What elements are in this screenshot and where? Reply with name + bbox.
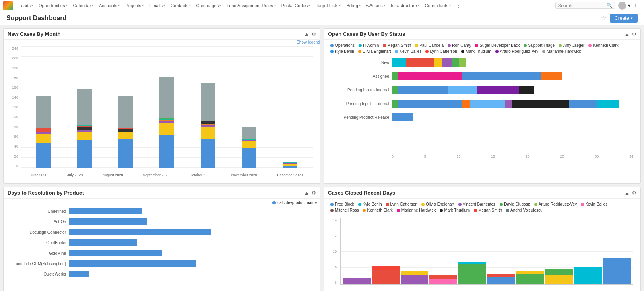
chevron-down-icon: ▾ bbox=[384, 4, 385, 7]
bar-segment bbox=[242, 148, 256, 168]
legend-item: Mitchell Ross bbox=[330, 208, 359, 212]
collapse-button[interactable]: ▲ bbox=[625, 31, 630, 37]
nav-lar[interactable]: Lead Assignment Rules ▾ bbox=[224, 2, 278, 9]
add-button[interactable]: + bbox=[632, 2, 638, 9]
hbar-segment bbox=[434, 58, 441, 67]
panel-controls: ▲ ⚙ bbox=[304, 31, 316, 37]
bar-segment bbox=[36, 143, 51, 168]
hbar-chart-area: New Assigned bbox=[327, 55, 637, 160]
bar-segment bbox=[159, 123, 174, 135]
app-logo[interactable] bbox=[3, 1, 13, 10]
legend-item: Marianne Hardwick bbox=[542, 49, 581, 54]
bar-segment bbox=[36, 96, 51, 128]
closed-bar-group bbox=[372, 266, 400, 284]
bar-group-september bbox=[159, 77, 174, 168]
closed-bar-group bbox=[487, 274, 515, 284]
legend-item: IT Admin bbox=[359, 43, 379, 48]
panel-controls: ▲ ⚙ bbox=[304, 190, 316, 196]
legend-item: Megan Smith bbox=[474, 208, 502, 212]
closed-bar-group bbox=[516, 271, 544, 284]
prod-bar-fill bbox=[69, 271, 89, 277]
bar-segment bbox=[283, 166, 297, 168]
settings-button[interactable]: ⚙ bbox=[312, 31, 316, 37]
page-title: Support Dashboard bbox=[6, 15, 601, 22]
bar-segment bbox=[118, 132, 133, 139]
closed-bar-group bbox=[429, 275, 457, 284]
closed-bar-seg bbox=[516, 271, 544, 274]
panel-controls: ▲ ⚙ bbox=[625, 31, 636, 37]
hbar-segment bbox=[448, 86, 477, 94]
panel-controls: ▲ ⚙ bbox=[625, 190, 636, 196]
user-menu-button[interactable]: ▾ bbox=[628, 3, 630, 8]
nav-infrastructure[interactable]: Infrastructure ▾ bbox=[388, 2, 422, 9]
closed-bar-group bbox=[545, 269, 573, 284]
legend-item: Megan Smith bbox=[383, 43, 411, 48]
nav-postal[interactable]: Postal Codes ▾ bbox=[279, 2, 312, 9]
bar-group-october bbox=[201, 83, 215, 168]
hbar-segment bbox=[477, 86, 520, 94]
legend-item: Amy Jaeger bbox=[559, 43, 584, 48]
bar-segment bbox=[77, 132, 92, 140]
hbar-segment bbox=[392, 72, 398, 80]
panel-title: Open Cases By User By Status bbox=[328, 31, 625, 37]
bar-group-july bbox=[77, 88, 92, 168]
closed-bar-seg bbox=[401, 275, 429, 284]
nav-target[interactable]: Target Lists ▾ bbox=[313, 2, 343, 9]
nav-campaigns[interactable]: Campaigns ▾ bbox=[194, 2, 224, 9]
closed-bar-group bbox=[603, 258, 631, 284]
nav-calendar[interactable]: Calendar ▾ bbox=[70, 2, 96, 9]
chevron-down-icon: ▾ bbox=[308, 4, 310, 7]
favorite-button[interactable]: ☆ bbox=[601, 14, 607, 22]
settings-button[interactable]: ⚙ bbox=[632, 31, 636, 37]
panel-open-cases-by-user: Open Cases By User By Status ▲ ⚙ Operati… bbox=[324, 28, 641, 184]
nav-billing[interactable]: Billing ▾ bbox=[344, 2, 363, 9]
top-navigation: Leads ▾ Opportunities ▾ Calendar ▾ Accou… bbox=[0, 0, 644, 11]
panel-title: Days to Resolution by Product bbox=[8, 190, 304, 196]
hbar-row-pending-release: Pending Product Release bbox=[392, 113, 633, 121]
panel-header: Cases Closed Recent Days ▲ ⚙ bbox=[324, 187, 640, 199]
legend-item: Arturo Rodriguez-Vev bbox=[534, 202, 577, 206]
bar-segment bbox=[159, 77, 174, 118]
prod-bar-fill bbox=[69, 250, 162, 256]
search-box[interactable]: 🔍 bbox=[555, 2, 615, 9]
panel-body: Operations IT Admin Megan Smith Paul Can… bbox=[324, 40, 640, 162]
search-icon[interactable]: 🔍 bbox=[607, 3, 612, 8]
hbar-segment bbox=[569, 100, 597, 108]
closed-bar-seg bbox=[429, 275, 457, 279]
nav-contacts[interactable]: Contacts ▾ bbox=[168, 2, 193, 9]
chevron-down-icon: ▾ bbox=[274, 4, 276, 7]
hbar-row-pending-internal: Pending Input - Internal bbox=[392, 86, 633, 94]
legend-item: Olivia Englehart bbox=[421, 202, 454, 206]
closed-bar-seg bbox=[545, 269, 573, 275]
settings-button[interactable]: ⚙ bbox=[312, 190, 316, 196]
nav-accounts[interactable]: Accounts ▾ bbox=[97, 2, 122, 9]
settings-button[interactable]: ⚙ bbox=[632, 190, 636, 196]
nav-emails[interactable]: Emails ▾ bbox=[147, 2, 167, 9]
hbar-segment bbox=[459, 58, 466, 67]
bar-segment bbox=[118, 139, 133, 168]
hbar-track bbox=[392, 58, 633, 67]
nav-opportunities[interactable]: Opportunities ▾ bbox=[36, 2, 70, 9]
chevron-down-icon: ▾ bbox=[418, 4, 419, 7]
nav-leads[interactable]: Leads ▾ bbox=[16, 2, 35, 9]
collapse-button[interactable]: ▲ bbox=[625, 190, 630, 196]
panel-cases-closed: Cases Closed Recent Days ▲ ⚙ Fred Block … bbox=[324, 187, 641, 291]
bar-segment bbox=[77, 127, 92, 130]
legend-item: Mark Thudium bbox=[461, 49, 491, 54]
legend-item: Olivia Englehart bbox=[358, 49, 391, 54]
search-input[interactable] bbox=[558, 3, 607, 8]
chevron-down-icon: ▾ bbox=[31, 4, 33, 7]
collapse-button[interactable]: ▲ bbox=[304, 190, 309, 196]
nav-consultants[interactable]: Consultants ▾ bbox=[423, 2, 453, 9]
create-button[interactable]: Create ▾ bbox=[610, 14, 638, 23]
prod-bar-fill bbox=[69, 260, 196, 267]
chevron-down-icon: ▾ bbox=[339, 4, 341, 7]
chevron-down-icon: ▾ bbox=[631, 16, 633, 20]
nav-projects[interactable]: Projects ▾ bbox=[123, 2, 146, 9]
chevron-down-icon: ▾ bbox=[142, 4, 144, 7]
chevron-down-icon: ▾ bbox=[219, 4, 221, 7]
prod-bar-row: Docusign Connector bbox=[69, 229, 313, 235]
nav-wassets[interactable]: wAssets ▾ bbox=[364, 2, 388, 9]
more-menu-button[interactable]: ⋮ bbox=[454, 2, 463, 9]
collapse-button[interactable]: ▲ bbox=[304, 31, 309, 37]
